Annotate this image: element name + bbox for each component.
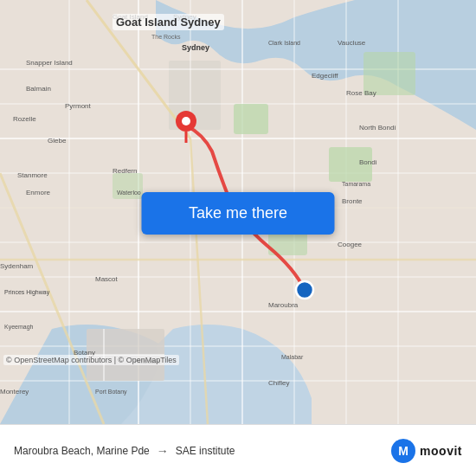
map-attribution: © OpenStreetMap contributors | © OpenMap…	[3, 355, 179, 365]
svg-text:Coogee: Coogee	[338, 241, 363, 248]
svg-text:Stanmore: Stanmore	[17, 171, 48, 179]
map-container: Snapper Island Goat Island Sydney The Ro…	[0, 0, 476, 424]
route-arrow-icon: →	[157, 444, 169, 458]
svg-text:Enmore: Enmore	[26, 189, 51, 196]
svg-text:North Bondi: North Bondi	[359, 124, 396, 132]
svg-text:Tamarama: Tamarama	[342, 181, 370, 187]
moovit-brand-name: moovit	[420, 444, 462, 458]
svg-text:Rozelle: Rozelle	[13, 115, 36, 123]
svg-text:Clark Island: Clark Island	[268, 40, 300, 46]
svg-text:Waterloo: Waterloo	[117, 190, 141, 196]
svg-text:Mascot: Mascot	[95, 275, 119, 283]
svg-text:Vaucluse: Vaucluse	[338, 39, 366, 47]
svg-text:Snapper Island: Snapper Island	[26, 59, 73, 67]
moovit-logo-icon: M	[390, 438, 416, 464]
svg-text:Glebe: Glebe	[48, 137, 67, 145]
route-to: SAE institute	[176, 445, 235, 457]
bottom-bar: Maroubra Beach, Marine Pde → SAE institu…	[0, 424, 476, 476]
svg-text:Princes Highway: Princes Highway	[4, 289, 50, 296]
svg-point-67	[182, 117, 190, 125]
take-me-there-button[interactable]: Take me there	[142, 192, 335, 235]
svg-text:Kyeemagh: Kyeemagh	[4, 324, 34, 331]
svg-text:Bronte: Bronte	[342, 197, 363, 205]
svg-text:Pyrmont: Pyrmont	[65, 102, 92, 110]
svg-text:Rose Bay: Rose Bay	[346, 89, 376, 97]
svg-text:Maroubra: Maroubra	[268, 301, 299, 309]
svg-text:Chifley: Chifley	[268, 379, 289, 387]
svg-text:The Rocks: The Rocks	[151, 34, 181, 40]
svg-text:Malabar: Malabar	[281, 354, 304, 360]
route-from: Maroubra Beach, Marine Pde	[14, 445, 150, 457]
svg-rect-24	[234, 104, 268, 134]
svg-text:Redfern: Redfern	[113, 167, 137, 175]
map-title: Goat Island Sydney	[113, 14, 224, 30]
svg-text:M: M	[398, 444, 408, 458]
svg-text:Balmain: Balmain	[26, 85, 51, 93]
svg-text:Monterey: Monterey	[0, 388, 29, 396]
svg-text:Sydenham: Sydenham	[0, 262, 34, 270]
svg-text:Port Botany: Port Botany	[95, 389, 127, 396]
svg-point-65	[296, 281, 313, 299]
moovit-logo: M moovit	[390, 438, 462, 464]
svg-text:Bondi: Bondi	[359, 158, 377, 166]
svg-text:Edgecliff: Edgecliff	[312, 72, 338, 80]
route-info: Maroubra Beach, Marine Pde → SAE institu…	[14, 444, 235, 458]
svg-text:Sydney: Sydney	[182, 43, 209, 52]
